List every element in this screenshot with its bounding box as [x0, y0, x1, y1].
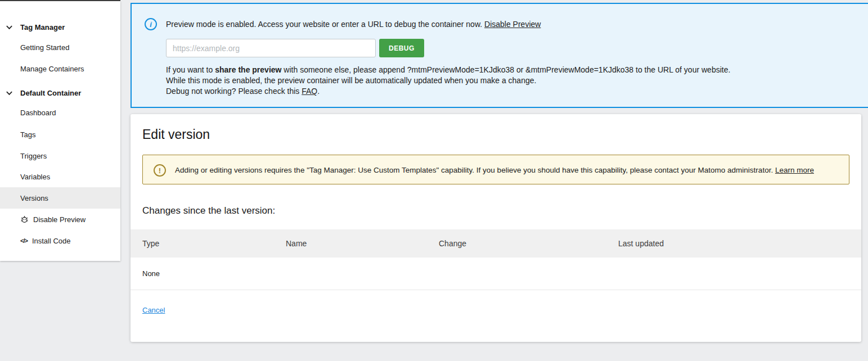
sidebar-item-label: Disable Preview — [33, 215, 86, 224]
sidebar-item-getting-started[interactable]: Getting Started — [0, 37, 120, 58]
cancel-link[interactable]: Cancel — [142, 306, 165, 314]
code-icon: </> — [20, 237, 28, 244]
share-preview-line: If you want to share the preview with so… — [166, 65, 730, 75]
preview-message: Preview mode is enabled. Access your web… — [166, 20, 484, 29]
capability-warning: ! Adding or editing versions requires th… — [142, 155, 849, 184]
sidebar-item-tags[interactable]: Tags — [0, 124, 120, 145]
column-header-type: Type — [131, 229, 274, 258]
sidebar-item-dashboard[interactable]: Dashboard — [0, 102, 120, 123]
auto-update-line: While this mode is enabled, the preview … — [166, 75, 730, 86]
sidebar-section-label: Default Container — [20, 89, 81, 97]
sidebar: Tag Manager Getting Started Manage Conta… — [0, 1, 120, 261]
sidebar-item-install-code[interactable]: </> Install Code — [0, 230, 120, 251]
empty-table-cell: None — [131, 258, 861, 290]
sidebar-item-manage-containers[interactable]: Manage Containers — [0, 58, 120, 79]
column-header-name: Name — [274, 229, 427, 258]
table-row: None — [131, 258, 861, 290]
bug-icon — [20, 215, 29, 224]
column-header-last-updated: Last updated — [606, 229, 861, 258]
sidebar-item-triggers[interactable]: Triggers — [0, 145, 120, 166]
debug-url-input[interactable] — [166, 39, 376, 57]
changes-heading: Changes since the last version: — [142, 205, 849, 216]
column-header-change: Change — [427, 229, 606, 258]
sidebar-item-disable-preview[interactable]: Disable Preview — [0, 209, 120, 230]
chevron-down-icon — [5, 23, 14, 31]
sidebar-section-tag-manager[interactable]: Tag Manager — [0, 16, 120, 38]
sidebar-item-versions[interactable]: Versions — [0, 187, 120, 209]
learn-more-link[interactable]: Learn more — [775, 166, 814, 174]
chevron-down-icon — [5, 89, 14, 97]
sidebar-item-variables[interactable]: Variables — [0, 166, 120, 187]
preview-banner: i Preview mode is enabled. Access your w… — [131, 3, 868, 108]
sidebar-section-label: Tag Manager — [20, 23, 65, 31]
changes-table: Type Name Change Last updated None — [131, 229, 861, 290]
page-title: Edit version — [142, 127, 849, 142]
table-header-row: Type Name Change Last updated — [131, 229, 861, 258]
sidebar-section-default-container[interactable]: Default Container — [0, 82, 120, 103]
info-icon: i — [145, 18, 157, 30]
disable-preview-link[interactable]: Disable Preview — [484, 20, 541, 29]
warning-message: Adding or editing versions requires the … — [175, 166, 775, 174]
edit-version-panel: Edit version ! Adding or editing version… — [131, 114, 861, 342]
sidebar-item-label: Install Code — [32, 237, 71, 245]
faq-line: Debug not working? Please check this FAQ… — [166, 86, 730, 97]
faq-link[interactable]: FAQ — [302, 87, 317, 96]
warning-icon: ! — [154, 164, 166, 177]
debug-button[interactable]: DEBUG — [379, 39, 424, 57]
